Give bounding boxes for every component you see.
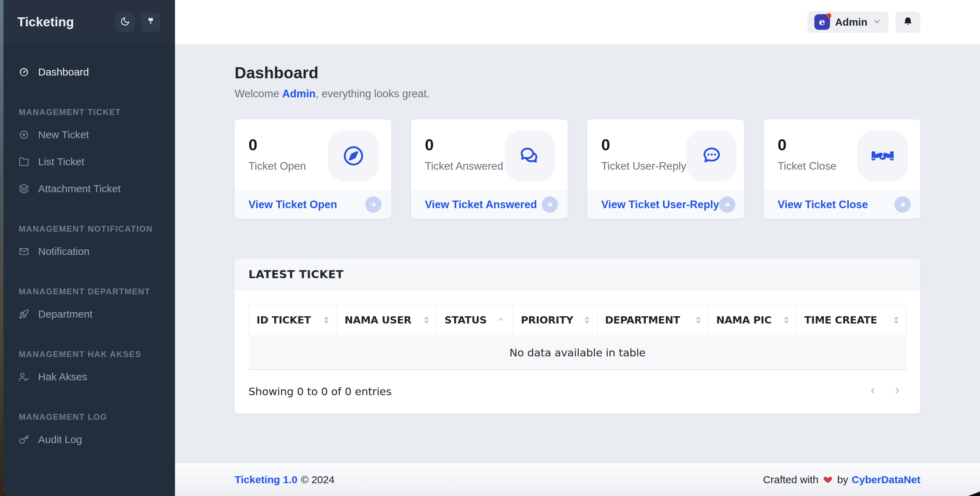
view-ticket-user-reply-link[interactable]: View Ticket User-Reply (587, 190, 744, 219)
user-menu-button[interactable]: e Admin (807, 11, 889, 33)
column-header-status[interactable]: STATUS (437, 304, 513, 336)
handshake-icon (858, 130, 908, 181)
footer-right: Crafted with by CyberDataNet (763, 474, 920, 486)
sidebar: Ticketing (3, 0, 175, 496)
sidebar-item-hak-akses[interactable]: Hak Akses (3, 363, 175, 390)
layers-icon (19, 184, 29, 194)
column-header-nama-pic[interactable]: NAMA PIC (708, 304, 796, 336)
column-header-nama-user[interactable]: NAMA USER (337, 304, 437, 336)
welcome-suffix: , everything looks great. (316, 87, 430, 100)
stat-card-ticket-user-reply: 0 Ticket User-Reply View Ticket User-Rep… (587, 119, 744, 219)
table-header-row: ID TICKET NAMA USER STATUS PRIORITY DEPA… (249, 304, 907, 336)
dark-mode-button[interactable] (115, 13, 135, 32)
arrow-right-icon[interactable] (894, 196, 911, 213)
tickets-table: ID TICKET NAMA USER STATUS PRIORITY DEPA… (248, 304, 907, 370)
sidebar-item-label: New Ticket (38, 129, 89, 141)
sidebar-item-label: Dashboard (38, 66, 89, 78)
sidebar-section-management-hak-akses: MANAGEMENT HAK AKSES (3, 339, 175, 363)
column-label: TIME CREATE (804, 314, 877, 326)
sidebar-item-attachment-ticket[interactable]: Attachment Ticket (3, 175, 175, 202)
welcome-user: Admin (282, 87, 315, 100)
column-label: DEPARTMENT (605, 314, 680, 326)
sidebar-nav: Dashboard MANAGEMENT TICKET New Ticket L… (3, 44, 175, 496)
welcome-message: Welcome Admin, everything looks great. (235, 87, 920, 100)
sort-icon (424, 316, 429, 324)
previous-page-button[interactable] (869, 387, 877, 396)
column-header-priority[interactable]: PRIORITY (513, 304, 597, 336)
brush-icon (146, 17, 156, 28)
mail-icon (19, 246, 29, 257)
topbar: e Admin (175, 0, 980, 44)
empty-table-row: No data available in table (249, 336, 907, 370)
next-page-button[interactable] (892, 387, 902, 396)
user-name: Admin (835, 16, 867, 28)
stat-label: Ticket Open (248, 160, 306, 172)
view-ticket-open-link[interactable]: View Ticket Open (235, 190, 391, 219)
card-link-label: View Ticket Close (778, 199, 868, 211)
view-ticket-answered-link[interactable]: View Ticket Answered (411, 190, 568, 219)
card-link-label: View Ticket Answered (425, 199, 537, 211)
sidebar-header: Ticketing (3, 0, 175, 44)
footer-version-link[interactable]: Ticketing 1.0 (235, 474, 298, 486)
column-header-time-create[interactable]: TIME CREATE (796, 304, 906, 336)
user-check-icon (19, 372, 29, 382)
view-ticket-close-link[interactable]: View Ticket Close (764, 190, 920, 219)
chevron-down-icon (873, 17, 881, 27)
stat-value: 0 (425, 136, 503, 154)
page-content: Dashboard Welcome Admin, everything look… (175, 44, 980, 463)
stat-card-ticket-answered: 0 Ticket Answered View Ticket Answered (411, 119, 568, 219)
welcome-prefix: Welcome (235, 87, 282, 100)
chat-bubbles-icon (504, 130, 555, 181)
chat-dots-icon (686, 130, 737, 181)
chevron-right-icon (892, 386, 902, 397)
latest-ticket-header: LATEST TICKET (235, 259, 920, 290)
arrow-right-icon[interactable] (365, 196, 382, 213)
sidebar-item-list-ticket[interactable]: List Ticket (3, 148, 175, 175)
latest-ticket-card: LATEST TICKET ID TICKET NAMA USER STATUS (235, 259, 920, 413)
footer-left: Ticketing 1.0 © 2024 (235, 474, 334, 486)
sidebar-section-management-ticket: MANAGEMENT TICKET (3, 96, 175, 121)
stat-value: 0 (601, 136, 686, 154)
sidebar-item-label: Notification (38, 246, 89, 258)
rocket-icon (19, 309, 29, 320)
stat-value: 0 (778, 136, 836, 154)
sidebar-item-department[interactable]: Department (3, 300, 175, 327)
stat-card-body: 0 Ticket Answered (411, 119, 568, 190)
stat-label: Ticket Close (778, 160, 836, 172)
footer-crafted-prefix: Crafted with (763, 474, 819, 486)
sidebar-item-label: Attachment Ticket (38, 183, 121, 195)
stat-label: Ticket User-Reply (601, 160, 686, 172)
card-link-label: View Ticket User-Reply (601, 199, 719, 211)
sidebar-item-label: List Ticket (38, 156, 84, 168)
stat-card-body: 0 Ticket User-Reply (587, 119, 744, 190)
empty-table-message: No data available in table (249, 336, 907, 370)
sort-icon (585, 316, 589, 324)
sidebar-item-new-ticket[interactable]: New Ticket (3, 121, 175, 148)
arrow-right-icon[interactable] (719, 196, 735, 213)
pagination (869, 387, 907, 396)
card-link-label: View Ticket Open (248, 199, 337, 211)
latest-ticket-body: ID TICKET NAMA USER STATUS PRIORITY DEPA… (235, 290, 920, 413)
notifications-button[interactable] (896, 11, 920, 33)
brand-title: Ticketing (18, 15, 74, 29)
sidebar-item-notification[interactable]: Notification (3, 238, 175, 265)
column-label: NAMA USER (344, 314, 411, 326)
column-header-department[interactable]: DEPARTMENT (597, 304, 708, 336)
sort-icon (784, 316, 789, 324)
sidebar-item-dashboard[interactable]: Dashboard (3, 59, 175, 86)
sort-icon (894, 316, 899, 324)
column-label: NAMA PIC (716, 314, 772, 326)
sidebar-section-management-log: MANAGEMENT LOG (3, 401, 175, 426)
footer-brand-link[interactable]: CyberDataNet (852, 474, 920, 486)
heart-icon (822, 475, 833, 485)
sidebar-item-audit-log[interactable]: Audit Log (3, 426, 175, 453)
column-header-id-ticket[interactable]: ID TICKET (249, 304, 337, 336)
stat-card-ticket-close: 0 Ticket Close (764, 119, 920, 219)
theme-button[interactable] (141, 13, 161, 32)
arrow-right-icon[interactable] (542, 196, 558, 213)
column-label: PRIORITY (521, 314, 573, 326)
sort-asc-icon (496, 315, 505, 325)
chevron-left-icon (869, 386, 877, 397)
sort-icon (696, 316, 701, 324)
bell-icon (903, 16, 913, 28)
